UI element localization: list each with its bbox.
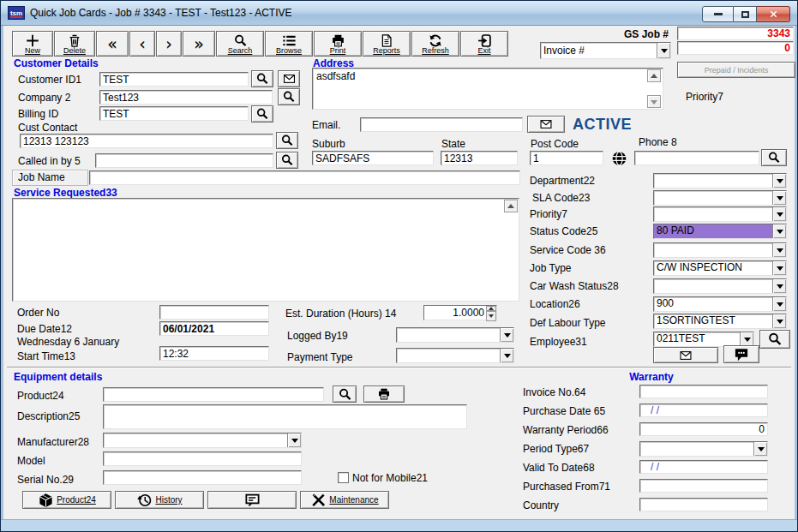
search-button[interactable]: Search	[216, 31, 264, 57]
company-input[interactable]	[99, 90, 273, 105]
history-button[interactable]: History	[115, 491, 204, 509]
dropdown-arrow-icon[interactable]	[740, 332, 753, 346]
location-combo[interactable]: 900	[653, 296, 787, 312]
dropdown-arrow-icon[interactable]	[772, 297, 786, 311]
customer-email-button[interactable]	[278, 70, 300, 87]
refresh-button[interactable]: Refresh	[411, 31, 459, 57]
invoice-selector-combo[interactable]: Invoice #	[540, 42, 671, 59]
employee-search-button[interactable]	[759, 330, 790, 349]
priority-combo[interactable]	[653, 206, 787, 222]
customer-id-search-button[interactable]	[251, 70, 273, 87]
delete-button[interactable]: Delete	[54, 31, 95, 57]
dropdown-arrow-icon[interactable]	[500, 328, 513, 342]
est-duration-spinner[interactable]	[423, 305, 497, 320]
suburb-input[interactable]	[312, 151, 434, 165]
called-in-by-input[interactable]	[95, 153, 273, 168]
close-button[interactable]	[757, 6, 790, 22]
period-type-combo[interactable]	[639, 441, 768, 457]
product-input[interactable]	[103, 387, 324, 402]
dropdown-arrow-icon[interactable]	[753, 442, 767, 456]
dropdown-arrow-icon[interactable]	[772, 279, 786, 293]
print-button[interactable]: Print	[314, 31, 362, 57]
country-input[interactable]	[639, 498, 768, 511]
address-scroll-down-button[interactable]	[647, 95, 661, 108]
spinner-buttons[interactable]	[486, 306, 496, 320]
not-for-mobile-checkbox[interactable]	[338, 472, 349, 483]
maximize-button[interactable]	[734, 6, 757, 22]
warranty-period-input[interactable]	[639, 422, 768, 436]
email-send-button[interactable]	[527, 116, 565, 133]
minimize-button[interactable]	[702, 6, 734, 22]
billing-id-input[interactable]	[99, 106, 249, 121]
valid-to-date-input[interactable]	[639, 460, 768, 474]
dropdown-arrow-icon[interactable]	[772, 261, 786, 275]
status-code-combo[interactable]: 80 PAID	[653, 224, 787, 239]
service-requested-textarea[interactable]	[12, 198, 519, 302]
post-code-input[interactable]	[530, 151, 603, 165]
job-name-input[interactable]	[89, 170, 520, 185]
prepaid-incidents-button[interactable]: Prepaid / Incidents	[677, 62, 795, 78]
customer-id-input[interactable]	[99, 72, 249, 87]
globe-icon[interactable]	[611, 151, 627, 166]
browse-button[interactable]: Browse	[265, 31, 313, 57]
dropdown-arrow-icon[interactable]	[772, 314, 786, 328]
warranty-invoice-no-input[interactable]	[639, 385, 768, 398]
address-textarea[interactable]: asdfsafd	[312, 68, 663, 110]
called-in-by-search-button[interactable]	[276, 152, 298, 169]
dropdown-arrow-icon[interactable]	[772, 207, 786, 221]
maintenance-button[interactable]: Maintenance	[300, 491, 389, 509]
job-type-combo[interactable]: C/W INSPECTION	[653, 260, 787, 276]
est-duration-input[interactable]	[424, 306, 486, 320]
dropdown-arrow-icon[interactable]	[500, 349, 513, 362]
product-search-button[interactable]	[333, 386, 357, 403]
product-footer-button[interactable]: Product24	[22, 491, 111, 509]
manufacturer-combo[interactable]	[103, 433, 302, 448]
email-input[interactable]	[360, 117, 523, 132]
first-record-button[interactable]: «	[96, 31, 129, 57]
dropdown-arrow-icon[interactable]	[772, 174, 786, 188]
exit-button[interactable]: Exit	[460, 31, 508, 57]
dropdown-arrow-icon[interactable]	[657, 43, 670, 58]
gs-job-number-field[interactable]	[677, 27, 794, 40]
billing-id-search-button[interactable]	[251, 105, 273, 123]
department-combo[interactable]	[653, 173, 787, 188]
dropdown-arrow-icon[interactable]	[287, 433, 301, 447]
employee-message-button[interactable]	[723, 345, 759, 363]
dropdown-arrow-icon[interactable]	[772, 191, 786, 205]
invoice-number-field[interactable]	[677, 41, 794, 55]
car-wash-status-combo[interactable]	[653, 278, 787, 294]
order-no-input[interactable]	[159, 305, 269, 320]
last-record-button[interactable]: »	[183, 31, 215, 57]
dropdown-arrow-icon[interactable]	[772, 243, 786, 257]
new-button[interactable]: New	[12, 31, 53, 57]
description-textarea[interactable]	[103, 404, 467, 429]
address-scroll-up-button[interactable]	[647, 69, 661, 82]
sla-code-combo[interactable]	[653, 190, 787, 206]
def-labour-type-combo[interactable]: 1SORTINGTEST	[653, 314, 787, 329]
product-print-button[interactable]	[363, 386, 405, 403]
phone-search-button[interactable]	[761, 149, 787, 166]
employee-email-button[interactable]	[653, 347, 718, 363]
service-scroll-up-button[interactable]	[504, 200, 518, 212]
payment-type-combo[interactable]	[396, 348, 514, 363]
previous-record-button[interactable]: ‹	[129, 31, 155, 57]
state-input[interactable]	[441, 151, 518, 165]
service-code-combo[interactable]	[653, 242, 787, 258]
dropdown-arrow-icon[interactable]	[772, 224, 786, 238]
purchase-date-input[interactable]	[639, 403, 768, 417]
notes-button[interactable]	[207, 491, 297, 509]
logged-by-combo[interactable]	[396, 327, 514, 343]
company-search-button[interactable]	[278, 88, 300, 105]
next-record-button[interactable]: ›	[156, 31, 182, 57]
cust-contact-search-button[interactable]	[276, 132, 298, 149]
purchased-from-input[interactable]	[639, 479, 768, 493]
model-input[interactable]	[103, 451, 302, 466]
due-date-input[interactable]	[159, 321, 269, 336]
reports-button[interactable]: Reports	[363, 31, 411, 57]
serial-no-input[interactable]	[103, 470, 302, 485]
start-time-input[interactable]	[159, 346, 269, 361]
cust-contact-input[interactable]	[20, 134, 273, 148]
spinner-down-button[interactable]	[486, 311, 496, 321]
phone-input[interactable]	[634, 151, 759, 165]
new-button-label: New	[25, 47, 40, 55]
